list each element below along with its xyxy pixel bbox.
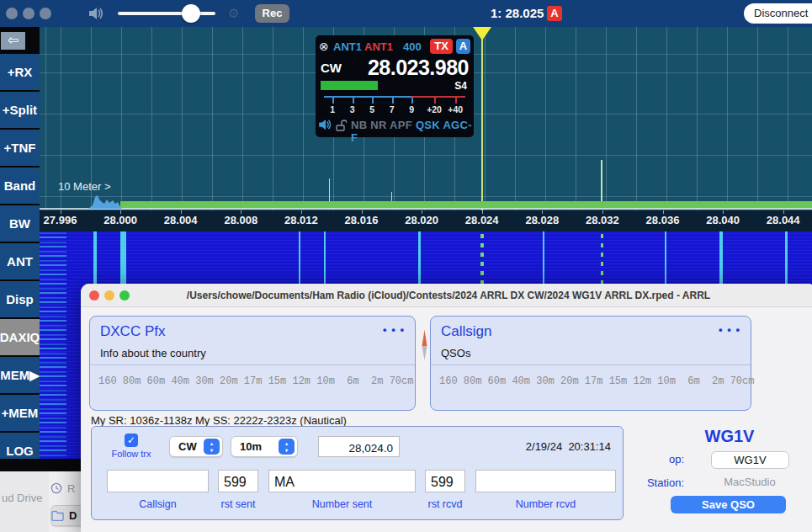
- volume-slider-knob[interactable]: [182, 4, 200, 23]
- sidebar-item-add-rx[interactable]: +RX: [0, 54, 40, 90]
- ellipsis-menu-icon[interactable]: • • •: [383, 323, 405, 336]
- screen: ⚙ Rec 1: 28.025 A Disconnect ⇦ +RX +Spli…: [0, 0, 812, 532]
- record-button[interactable]: Rec: [255, 4, 289, 23]
- logger-titlebar[interactable]: /Users/chowe/Documents/Ham Radio (iCloud…: [81, 284, 812, 307]
- sidebar-item-bw[interactable]: BW: [0, 205, 40, 242]
- folder-icon: [51, 510, 64, 521]
- sunrise-sunset-label: My SR: 1036z-1138z My SS: 2222z-2323z (N…: [91, 414, 347, 427]
- sidebar-item-mem[interactable]: MEM▶: [0, 357, 40, 393]
- power-label[interactable]: 400: [403, 40, 422, 53]
- meter-tick: [353, 98, 354, 104]
- datetime-label: 2/19/24 20:31:14: [526, 440, 611, 453]
- band-summary-row: 160 80m 60m 40m 30m 20m 17m 15m 12m 10m …: [439, 375, 754, 387]
- spectrum-peaks: [88, 192, 122, 209]
- freq-tick: [542, 210, 543, 214]
- slice-frequency-label: 1: 28.025: [491, 6, 544, 20]
- s-meter-value: S4: [454, 80, 467, 92]
- speaker-icon: [89, 7, 105, 20]
- meter-tick-label: 9: [409, 104, 414, 114]
- slice-flag-panel[interactable]: ⊗ ANT1 ANT1 400 TX A CW 28.023.980 S4 1 …: [316, 35, 474, 137]
- freq-tick-label: 28.000: [103, 214, 137, 226]
- finder-sidebar-item[interactable]: ud Drive: [2, 492, 42, 504]
- freq-tick: [723, 210, 724, 214]
- follow-trx-label: Follow trx: [98, 449, 164, 459]
- op-label: op:: [558, 453, 684, 466]
- band-label[interactable]: 10 Meter >: [58, 180, 111, 193]
- freq-tick-label: 28.040: [706, 214, 740, 226]
- op-field[interactable]: WG1V: [711, 451, 789, 469]
- freq-tick-label: 28.024: [465, 214, 499, 226]
- window-title: /Users/chowe/Documents/Ham Radio (iCloud…: [81, 284, 812, 307]
- callsign-field[interactable]: [107, 470, 209, 492]
- freq-tick-label: 28.012: [284, 214, 318, 226]
- rx-antenna-label[interactable]: ANT1: [333, 40, 362, 53]
- tx-antenna-label[interactable]: ANT1: [364, 40, 393, 53]
- flags-off-label[interactable]: NB NR APF: [351, 119, 412, 131]
- meter-tick: [392, 98, 394, 104]
- freq-tick: [362, 210, 363, 214]
- stepper-icon[interactable]: ▴ ▾: [204, 439, 220, 455]
- frequency-field[interactable]: [318, 436, 400, 457]
- finder-window-fragment: ud Drive R D: [0, 471, 81, 532]
- sidebar-item-ant[interactable]: ANT: [0, 243, 40, 279]
- sidebar-item-daxiq[interactable]: DAXIQ: [0, 319, 40, 355]
- sidebar-item-band[interactable]: Band: [0, 168, 40, 204]
- callsign-panel: Callsign • • • QSOs 160 80m 60m 40m 30m …: [430, 316, 751, 411]
- back-arrow-button[interactable]: ⇦: [1, 32, 25, 50]
- freq-tick-label: 28.044: [767, 214, 800, 226]
- ellipsis-menu-icon[interactable]: • • •: [719, 323, 740, 336]
- frequency-scale[interactable]: 27.996 28.000 28.004 28.008 28.012 28.01…: [40, 210, 812, 231]
- save-qso-button[interactable]: Save QSO: [671, 496, 786, 513]
- close-icon[interactable]: ⊗: [319, 40, 329, 53]
- qso-entry-box: ✓ Follow trx CW ▴ ▾ 10m ▴ ▾ 2/19/24 20:3…: [91, 426, 624, 520]
- tuning-marker-icon[interactable]: [473, 27, 491, 40]
- freq-tick-label: 28.036: [646, 214, 680, 226]
- freq-tick-label: 28.032: [586, 214, 619, 226]
- freq-tick: [783, 210, 784, 214]
- freq-tick: [241, 210, 241, 214]
- stepper-icon[interactable]: ▴ ▾: [279, 439, 295, 455]
- window-control-dot[interactable]: [40, 8, 51, 19]
- meter-tick: [332, 98, 334, 104]
- sdr-toolbar: ⚙ Rec 1: 28.025 A Disconnect: [0, 0, 812, 27]
- station-callsign-heading: WG1V: [662, 427, 797, 446]
- sidebar-item-disp[interactable]: Disp: [0, 281, 40, 317]
- finder-item-label: R: [67, 482, 75, 495]
- freq-tick: [422, 210, 422, 214]
- panel-title[interactable]: Callsign: [441, 323, 491, 340]
- band-select[interactable]: 10m ▴ ▾: [231, 436, 298, 457]
- rst-rcvd-field[interactable]: [425, 470, 465, 492]
- clock-icon: [50, 482, 62, 494]
- freq-tick: [301, 210, 302, 214]
- sidebar-item-add-split[interactable]: +Split: [0, 92, 40, 128]
- mode-select[interactable]: CW ▴ ▾: [169, 436, 223, 457]
- disconnect-button[interactable]: Disconnect: [744, 3, 812, 24]
- window-control-dot[interactable]: [6, 8, 18, 19]
- lock-open-icon[interactable]: [336, 120, 347, 131]
- audio-speaker-icon[interactable]: [319, 119, 333, 130]
- volume-slider[interactable]: [118, 12, 215, 15]
- freq-tick-label: 27.996: [44, 214, 77, 226]
- logger-window: /Users/chowe/Documents/Ham Radio (iCloud…: [81, 284, 812, 532]
- mode-label[interactable]: CW: [321, 61, 342, 75]
- dsp-flags[interactable]: NB NR APF QSK AGC-F: [351, 119, 474, 144]
- panel-title[interactable]: DXCC Pfx: [100, 323, 165, 340]
- number-sent-field[interactable]: [268, 470, 416, 492]
- meter-line: [324, 96, 465, 98]
- sidebar-item-add-tnf[interactable]: +TNF: [0, 130, 40, 166]
- spectrum-display[interactable]: 10 Meter > ⊗ ANT1 ANT1 400 TX A CW 28.02…: [40, 27, 812, 210]
- rst-sent-field[interactable]: [218, 470, 258, 492]
- sidebar-item-add-mem[interactable]: +MEM: [0, 395, 40, 431]
- follow-trx-checkbox[interactable]: ✓: [125, 434, 138, 447]
- window-control-dot[interactable]: [23, 8, 34, 19]
- dxcc-pfx-panel: DXCC Pfx • • • Info about the country 16…: [89, 316, 416, 411]
- station-label: Station:: [558, 476, 684, 489]
- gear-icon[interactable]: ⚙: [228, 6, 239, 21]
- meter-tick: [455, 98, 457, 104]
- meter-tick-label: 1: [330, 104, 335, 114]
- meter-tick-label: 5: [369, 104, 374, 114]
- number-rcvd-label: Number rcvd: [475, 498, 616, 510]
- tx-badge: TX: [430, 39, 453, 54]
- frequency-readout[interactable]: 28.023.980: [368, 56, 469, 80]
- meter-tick-label: +40: [448, 104, 463, 114]
